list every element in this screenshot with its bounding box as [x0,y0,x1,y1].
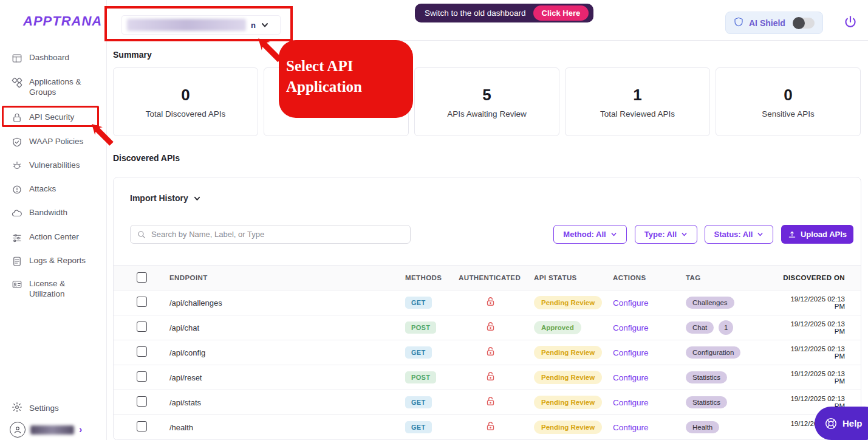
table-row: /health GET Pending Review Configure Hea… [114,415,861,440]
header-api-status: API STATUS [534,274,613,281]
table-row: /api/stats GET Pending Review Configure … [114,390,861,415]
table-row: /api/challenges GET Pending Review Confi… [114,290,861,315]
type-filter[interactable]: Type: All [635,225,697,244]
sidebar-item-logs-reports[interactable]: Logs & Reports [0,255,104,267]
switch-dashboard-banner: Switch to the old dashboard Click Here [415,4,593,22]
click-here-button[interactable]: Click Here [533,5,589,21]
status-badge: Pending Review [534,346,602,359]
configure-link[interactable]: Configure [613,398,649,407]
discovered-date: 19/12/2025 02:13 PM [781,370,845,385]
sidebar-item-license-utilization[interactable]: License & Utilization [0,278,104,299]
upload-apis-button[interactable]: Upload APIs [781,225,853,244]
sidebar-item-api-security[interactable]: API Security [0,112,104,123]
dashboard-icon [12,53,22,64]
configure-link[interactable]: Configure [613,373,649,382]
discovered-date: 19/12/2025 02:13 PM [781,295,845,310]
shield-check-icon [12,137,22,148]
shield-icon [733,16,744,30]
ai-shield-toggle[interactable] [793,18,815,29]
row-checkbox[interactable] [137,297,147,307]
configure-link[interactable]: Configure [613,298,649,308]
row-checkbox[interactable] [137,371,147,382]
tag-badge: Health [686,421,719,433]
status-filter[interactable]: Status: All [705,225,773,244]
table-body: /api/challenges GET Pending Review Confi… [114,290,861,440]
endpoint: /api/challenges [169,298,405,308]
upload-icon [788,230,796,239]
document-icon [12,256,22,267]
status-filter-label: Status: All [714,230,753,239]
chevron-down-icon [193,194,201,202]
header-methods: METHODS [405,274,459,281]
avatar-icon [10,422,26,438]
method-badge: GET [405,396,432,408]
dropdown-visible-text: n [251,21,256,30]
row-checkbox[interactable] [137,321,147,332]
cloud-icon [12,208,22,219]
ai-shield-control: AI Shield [725,12,823,34]
toggle-knob [793,17,805,29]
tag-badge: Statistics [686,371,727,383]
row-checkbox[interactable] [137,396,147,407]
summary-card-awaiting-review: 5 APIs Awaiting Review [414,67,559,136]
select-all-checkbox[interactable] [137,272,147,283]
sidebar-item-waap-policies[interactable]: WAAP Policies [0,136,104,148]
card-value: 5 [482,86,491,105]
card-label: Total Reviewed APIs [600,109,675,119]
redacted-username [30,425,74,435]
api-application-dropdown[interactable]: n [121,15,281,35]
method-filter[interactable]: Method: All [553,225,627,244]
sidebar-item-attacks[interactable]: Attacks [0,184,104,195]
callout-line-1: Select API [286,56,405,77]
sidebar-item-label: Action Center [29,232,79,242]
profile-section[interactable]: › [10,422,82,438]
endpoint: /api/reset [169,373,405,382]
sidebar-item-settings[interactable]: Settings [12,402,59,414]
annotation-box-app-dropdown: n [104,6,293,41]
discovered-apis-title: Discovered APIs [113,153,180,163]
method-badge: GET [405,421,432,433]
method-badge: POST [405,321,436,334]
row-checkbox[interactable] [137,421,147,431]
summary-card-total-discovered: 0 Total Discovered APIs [113,67,258,136]
logout-power-icon[interactable] [842,15,858,30]
search-box [130,225,411,244]
import-history-toggle[interactable]: Import History [130,193,201,203]
lifebuoy-icon [824,417,838,430]
configure-link[interactable]: Configure [613,348,649,357]
header-tag: TAG [686,274,781,281]
sidebar-item-bandwidth[interactable]: Bandwidth [0,207,104,219]
sidebar-item-label: WAAP Policies [29,136,83,146]
sidebar-item-applications-groups[interactable]: Applications & Groups [0,77,104,97]
search-input[interactable] [151,230,404,239]
unlocked-icon [459,297,534,309]
method-badge: POST [405,371,436,383]
configure-link[interactable]: Configure [613,323,649,332]
gear-icon [12,402,22,414]
card-label: Total Discovered APIs [146,109,225,119]
row-checkbox[interactable] [137,346,147,357]
endpoint: /api/config [169,348,405,357]
sidebar-item-vulnerabilities[interactable]: Vulnerabilities [0,160,104,171]
sidebar-item-label: API Security [29,112,74,122]
unlocked-icon [459,321,534,334]
status-badge: Pending Review [534,421,602,434]
apptrana-dashboard: APPTRANA Dashboard Applications & Groups… [0,0,868,440]
status-badge: Pending Review [534,296,602,309]
configure-link[interactable]: Configure [613,423,649,432]
sidebar-item-label: Bandwidth [29,207,67,218]
tag-count-badge: 1 [719,320,733,335]
card-value: 0 [181,86,190,105]
tag-badge: Chat [686,321,714,334]
redacted-application-name [127,19,246,31]
table-row: /api/chat POST Approved Configure Chat 1… [114,315,861,340]
status-badge: Pending Review [534,371,602,384]
summary-cards: 0 Total Discovered APIs 5 APIs Awaiting … [113,67,861,136]
header-endpoint: ENDPOINT [169,274,405,281]
help-button[interactable]: Help [815,407,868,440]
unlocked-icon [459,346,534,359]
chevron-right-icon[interactable]: › [79,424,82,435]
sidebar-item-dashboard[interactable]: Dashboard [0,52,104,64]
sidebar-item-action-center[interactable]: Action Center [0,232,104,243]
card-label: Sensitive APIs [762,109,814,119]
